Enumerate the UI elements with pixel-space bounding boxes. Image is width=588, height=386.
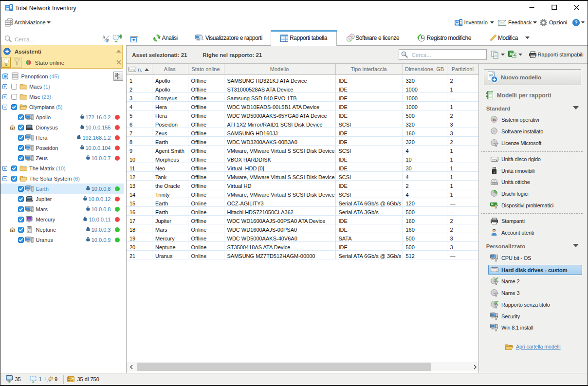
svg-text:IP: IP — [106, 38, 110, 43]
svg-text:os: os — [492, 118, 496, 121]
svg-text:0»: 0» — [68, 377, 71, 380]
svg-text:?: ? — [574, 20, 577, 25]
